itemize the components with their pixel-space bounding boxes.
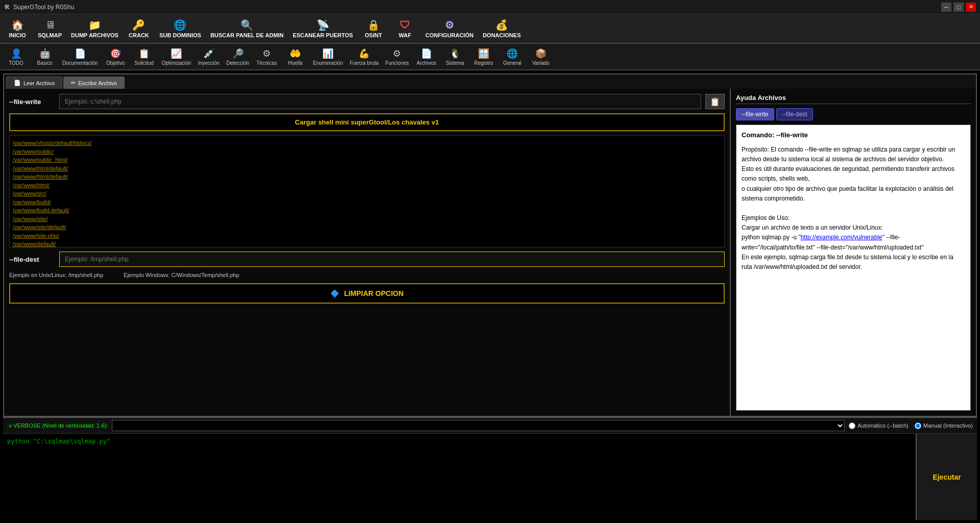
buscar-icon: 🔍 — [241, 19, 253, 31]
radio-manual[interactable]: Manual (Interactivo) — [915, 422, 973, 429]
close-button[interactable]: ✕ — [966, 3, 976, 12]
sec-nav-optimizacion[interactable]: 📈Optimización — [158, 44, 194, 69]
file-dest-row: --file-dest — [9, 252, 725, 267]
list-item[interactable]: /var/www/build/ — [13, 198, 721, 207]
radio-group: Automático (--batch) Manual (Interactivo… — [849, 422, 973, 429]
crack-icon: 🔑 — [132, 19, 145, 31]
sec-nav-funciones[interactable]: ⚙Funciones — [382, 44, 412, 69]
radio-automatico-input[interactable] — [849, 422, 855, 429]
configuracion-icon: ⚙ — [445, 19, 454, 31]
top-nav: 🏠INICIO🖥SQLMAP📁DUMP ARCHIVOS🔑CRACK🌐SUB D… — [0, 14, 980, 44]
help-title: Ayuda Archivos — [736, 94, 971, 104]
right-panel: Ayuda Archivos --file-write --file-dest … — [731, 89, 976, 416]
list-item[interactable]: /var/www/html/default/ — [13, 164, 721, 173]
file-write-icon: ✏ — [71, 80, 76, 86]
file-dest-input[interactable] — [59, 252, 725, 267]
list-item[interactable]: /var/www/site/ — [13, 215, 721, 223]
sec-nav-variado[interactable]: 📦Variado — [527, 44, 555, 69]
list-item[interactable]: /var/www/public_html/ — [13, 156, 721, 164]
maximize-button[interactable]: □ — [953, 3, 964, 12]
paths-list[interactable]: /var/www/vhosts/default/htdocs//var/www/… — [9, 135, 725, 247]
secondary-nav: 👤TODO🤖Basico📄Documentación🎯Objetivo📋Soli… — [0, 44, 980, 70]
sec-nav-registro[interactable]: 🪟Registro — [470, 44, 498, 69]
sistema-icon: 🐧 — [449, 48, 461, 59]
verbose-select[interactable]: 1 2 3 4 5 6 — [112, 420, 845, 431]
sec-nav-inyeccion[interactable]: 💉Inyección — [195, 44, 223, 69]
nav-configuracion[interactable]: ⚙CONFIGURACIÓN — [421, 15, 477, 42]
sec-nav-todo[interactable]: 👤TODO — [2, 44, 30, 69]
sec-nav-documentacion[interactable]: 📄Documentación — [59, 44, 101, 69]
clear-button[interactable]: 🔷 LIMPIAR OPCION — [9, 283, 725, 304]
sec-nav-objetivo[interactable]: 🎯Objetivo — [101, 44, 129, 69]
radio-manual-input[interactable] — [915, 422, 921, 429]
help-example-link[interactable]: http://example.com/vulnerable — [801, 234, 882, 241]
sec-nav-basico[interactable]: 🤖Basico — [31, 44, 59, 69]
help-para-2: Esto es útil durante evaluaciones de seg… — [742, 164, 965, 184]
tab-area: 📄 Leer Archivo ✏ Escribir Archivo --file… — [3, 73, 977, 417]
nav-crack[interactable]: 🔑CRACK — [124, 15, 154, 42]
help-tabs: --file-write --file-dest — [736, 108, 971, 120]
help-tab-file-write[interactable]: --file-write — [736, 108, 774, 120]
nav-inicio[interactable]: 🏠INICIO — [2, 15, 33, 42]
registro-icon: 🪟 — [478, 48, 489, 59]
tab-leer-archivo[interactable]: 📄 Leer Archivo — [6, 77, 62, 89]
title-bar-title: 🛠 SuperGTool by R0Shu — [4, 4, 74, 11]
sec-nav-solicitud[interactable]: 📋Solicitud — [130, 44, 158, 69]
sec-nav-general[interactable]: 🌐General — [498, 44, 527, 69]
dump-icon: 📁 — [88, 19, 101, 31]
tab-escribir-archivo[interactable]: ✏ Escribir Archivo — [63, 77, 125, 89]
load-shell-button[interactable]: Cargar shell mini superGtool/Los chavale… — [9, 113, 725, 131]
file-write-copy-button[interactable]: 📋 — [705, 94, 725, 109]
list-item[interactable]: /var/www/html/ — [13, 181, 721, 190]
minimize-button[interactable]: ─ — [941, 3, 951, 12]
sec-nav-huella[interactable]: 🤲Huella — [281, 44, 309, 69]
exec-button[interactable]: Ejecutar — [916, 434, 977, 520]
nav-buscar[interactable]: 🔍BUSCAR PANEL DE ADMIN — [206, 15, 288, 42]
tab-header: 📄 Leer Archivo ✏ Escribir Archivo — [4, 74, 976, 89]
inyeccion-icon: 💉 — [203, 48, 214, 59]
escanear-icon: 📡 — [317, 19, 329, 31]
list-item[interactable]: /var/www/site-php/ — [13, 232, 721, 240]
help-content: Comando: --file-write Propósito: El coma… — [736, 124, 971, 411]
list-item[interactable]: /var/www/public/ — [13, 147, 721, 156]
sec-nav-fuerzabruta[interactable]: 💪Fuerza bruta — [347, 44, 382, 69]
subdominios-icon: 🌐 — [174, 19, 186, 31]
help-example-unix-title: Cargar un archivo de texto a un servidor… — [742, 223, 965, 233]
sec-nav-sistema[interactable]: 🐧Sistema — [441, 44, 469, 69]
nav-sqlmap[interactable]: 🖥SQLMAP — [34, 15, 66, 42]
sec-nav-enumeracion[interactable]: 📊Enumeración — [310, 44, 346, 69]
sec-nav-tecnicas[interactable]: ⚙Técnicas — [253, 44, 281, 69]
app-icon: 🛠 — [4, 4, 10, 11]
nav-escanear[interactable]: 📡ESCANEAR PUERTOS — [289, 15, 357, 42]
optimizacion-icon: 📈 — [171, 48, 182, 59]
todo-icon: 👤 — [11, 48, 22, 59]
solicitud-icon: 📋 — [138, 48, 150, 59]
list-item[interactable]: /var/www/site/default/ — [13, 223, 721, 232]
nav-waf[interactable]: 🛡WAF — [390, 15, 420, 42]
help-tab-file-dest[interactable]: --file-dest — [776, 108, 813, 120]
radio-automatico[interactable]: Automático (--batch) — [849, 422, 909, 429]
list-item[interactable]: /var/www/build.default/ — [13, 206, 721, 215]
huella-icon: 🤲 — [290, 48, 301, 59]
file-write-input[interactable] — [59, 94, 701, 109]
left-panel: --file-write 📋 Cargar shell mini superGt… — [4, 89, 731, 416]
documentacion-icon: 📄 — [75, 48, 86, 59]
nav-dump[interactable]: 📁DUMP ARCHIVOS — [67, 15, 123, 42]
list-item[interactable]: /var/www/vhosts/default/htdocs/ — [13, 139, 721, 147]
list-item[interactable]: /var/www/src/ — [13, 189, 721, 198]
list-item[interactable]: /var/www/html/default/ — [13, 172, 721, 181]
sqlmap-icon: 🖥 — [45, 19, 55, 31]
help-para-1: Propósito: El comando --file-write en sq… — [742, 145, 965, 164]
help-para-3: o cualquier otro tipo de archivo que pue… — [742, 184, 965, 204]
sec-nav-archivos[interactable]: 📄Archivos — [413, 44, 441, 69]
file-write-label: --file-write — [9, 98, 55, 106]
nav-subdominios[interactable]: 🌐SUB DOMINIOS — [155, 15, 205, 42]
file-read-icon: 📄 — [14, 80, 21, 86]
enumeracion-icon: 📊 — [322, 48, 333, 59]
sec-nav-deteccion[interactable]: 🔎Detección — [223, 44, 252, 69]
objetivo-icon: 🎯 — [110, 48, 121, 59]
nav-osint[interactable]: 🔒OSINT — [358, 15, 389, 42]
list-item[interactable]: /var/www/default/ — [13, 240, 721, 247]
tecnicas-icon: ⚙ — [262, 48, 271, 59]
nav-donaciones[interactable]: 💰DONACIONES — [479, 15, 525, 42]
